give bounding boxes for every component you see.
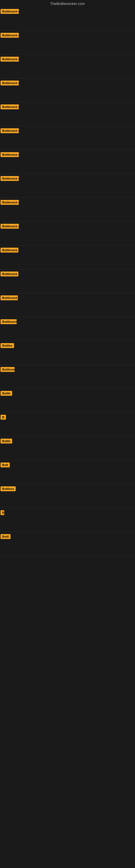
bottleneck-row-8: Bottleneck result [0, 174, 135, 198]
bottleneck-badge-10[interactable]: Bottleneck result [1, 224, 19, 229]
bottleneck-row-20: Bott [0, 460, 135, 484]
bottleneck-row-17: Bottle [0, 389, 135, 412]
bottleneck-row-7: Bottleneck result [0, 150, 135, 174]
bottleneck-badge-21[interactable]: Bottlens [1, 486, 16, 491]
bottleneck-row-18: B [0, 412, 135, 436]
bottleneck-badge-16[interactable]: Bottleneck [1, 367, 14, 372]
bottleneck-row-6: Bottleneck result [0, 126, 135, 150]
bottleneck-badge-22[interactable]: B [1, 510, 4, 515]
bottleneck-row-1: Bottleneck result [0, 7, 135, 31]
bottleneck-badge-15[interactable]: Bottlen [1, 343, 14, 348]
bottleneck-row-22: B [0, 508, 135, 532]
bottleneck-row-9: Bottleneck result [0, 198, 135, 222]
bottleneck-row-21: Bottlens [0, 484, 135, 508]
bottleneck-badge-3[interactable]: Bottleneck result [1, 57, 19, 62]
bottleneck-row-15: Bottlen [0, 341, 135, 365]
bottleneck-badge-12[interactable]: Bottleneck result [1, 272, 18, 276]
bottleneck-badge-2[interactable]: Bottleneck result [1, 33, 19, 38]
bottleneck-row-4: Bottleneck result [0, 79, 135, 102]
bottleneck-badge-5[interactable]: Bottleneck result [1, 104, 19, 109]
bottleneck-badge-13[interactable]: Bottleneck resu [1, 296, 18, 300]
bottleneck-badge-11[interactable]: Bottleneck resu [1, 248, 18, 252]
bottleneck-badge-8[interactable]: Bottleneck result [1, 176, 19, 181]
bottleneck-badge-14[interactable]: Bottleneck r [1, 319, 17, 324]
bottleneck-row-3: Bottleneck result [0, 55, 135, 79]
bottleneck-row-12: Bottleneck result [0, 269, 135, 293]
bottleneck-badge-1[interactable]: Bottleneck result [1, 9, 19, 14]
bottleneck-row-5: Bottleneck result [0, 102, 135, 126]
bottleneck-badge-4[interactable]: Bottleneck result [1, 81, 19, 86]
bottleneck-row-16: Bottleneck [0, 365, 135, 389]
bottleneck-row-11: Bottleneck resu [0, 246, 135, 269]
bottleneck-badge-17[interactable]: Bottle [1, 391, 12, 396]
site-title: TheBottlenecker.com [0, 0, 135, 7]
bottleneck-row-10: Bottleneck result [0, 222, 135, 246]
bottleneck-badge-19[interactable]: Bottle [1, 439, 12, 443]
bottleneck-row-14: Bottleneck r [0, 317, 135, 341]
bottleneck-row-23: Bottl [0, 532, 135, 556]
bottleneck-row-13: Bottleneck resu [0, 293, 135, 317]
bottleneck-badge-18[interactable]: B [1, 415, 6, 420]
bottleneck-badge-7[interactable]: Bottleneck result [1, 152, 19, 157]
bottleneck-badge-23[interactable]: Bottl [1, 534, 10, 539]
bottleneck-badge-9[interactable]: Bottleneck result [1, 200, 19, 205]
bottleneck-row-2: Bottleneck result [0, 31, 135, 55]
bottleneck-badge-20[interactable]: Bott [1, 463, 10, 467]
bottleneck-row-19: Bottle [0, 436, 135, 460]
bottleneck-badge-6[interactable]: Bottleneck result [1, 128, 19, 133]
